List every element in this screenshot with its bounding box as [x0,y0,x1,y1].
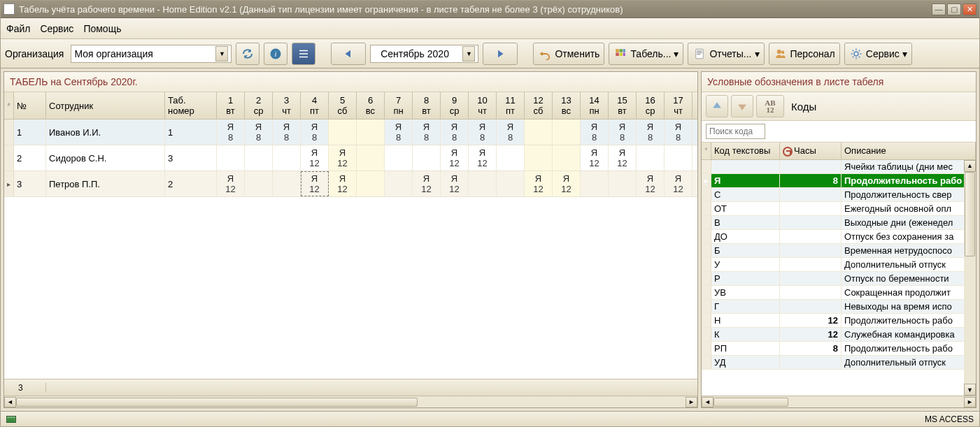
col-day-6[interactable]: 6вс [357,92,385,119]
cell-day[interactable]: Я12 [301,145,329,171]
cell-day[interactable] [581,171,609,196]
legend-row[interactable]: ОТЕжегодный основной опл [702,202,976,216]
legend-row[interactable]: УДополнительный отпуск [702,258,976,272]
menu-service[interactable]: Сервис [40,23,73,34]
cell-day[interactable]: Я8 [217,120,245,145]
col-day-1[interactable]: 1вт [217,92,245,119]
cell-day[interactable]: Я8 [581,120,609,145]
timesheet-row[interactable]: 1Иванов И.И.1Я8Я8Я8Я8Я8Я8Я8Я8Я8Я8Я8Я8Я8 [4,120,697,145]
legend-row[interactable]: Н12Продолжительность рабо [702,314,976,328]
legend-row[interactable]: ВВыходные дни (еженедел [702,216,976,230]
org-combo[interactable]: Моя организация ▼ [71,45,232,63]
col-day-16[interactable]: 16ср [637,92,665,119]
cell-day[interactable]: Я8 [385,120,413,145]
cell-day[interactable]: Я8 [273,120,301,145]
col-day-14[interactable]: 14пн [581,92,609,119]
cell-day[interactable]: Я8 [413,120,441,145]
cell-day[interactable] [637,145,665,171]
col-day-7[interactable]: 7пн [385,92,413,119]
h-scrollbar[interactable]: ◄ ► [4,396,697,407]
col-day-4[interactable]: 4пт [301,92,329,119]
cell-day[interactable]: Я8 [497,120,525,145]
cell-day[interactable]: Я12 [665,171,693,196]
legend-row[interactable]: УДДополнительный отпуск [702,356,976,370]
cell-day[interactable] [357,120,385,145]
col-number[interactable]: № [14,92,46,119]
search-code-input[interactable] [706,124,765,139]
cell-day[interactable]: Я12 [581,145,609,171]
prev-month-button[interactable] [331,43,366,65]
cell-day[interactable] [497,171,525,196]
col-day-17[interactable]: 17чт [665,92,693,119]
legend-row[interactable]: СПродолжительность свер [702,188,976,202]
col-day-15[interactable]: 15вт [609,92,637,119]
legend-row[interactable]: РОтпуск по беременности [702,272,976,286]
cell-day[interactable]: Я8 [441,120,469,145]
legend-col-code[interactable]: Код текстовы [711,143,780,159]
col-day-8[interactable]: 8вт [413,92,441,119]
month-combo[interactable]: Сентябрь 2020 ▼ [370,45,478,63]
cell-day[interactable] [357,171,385,196]
col-tabnum[interactable]: Таб.номер [165,92,217,119]
minimize-button[interactable]: — [932,3,946,15]
reports-button[interactable]: Отчеты...▾ [688,43,764,65]
col-day-2[interactable]: 2ср [245,92,273,119]
cell-day[interactable] [497,145,525,171]
cell-day[interactable]: Я8 [637,120,665,145]
cell-day[interactable]: Я12 [637,171,665,196]
cell-day[interactable] [553,145,581,171]
cell-day[interactable]: Я12 [329,145,357,171]
cell-day[interactable] [385,145,413,171]
col-day-3[interactable]: 3чт [273,92,301,119]
legend-row[interactable]: ГНевыходы на время испо [702,300,976,314]
scroll-left-icon[interactable]: ◄ [702,397,713,407]
scroll-down-icon[interactable]: ▼ [964,384,976,396]
col-employee[interactable]: Сотрудник [46,92,165,119]
col-day-13[interactable]: 13вс [553,92,581,119]
legend-row[interactable]: УВСокращенная продолжит [702,286,976,300]
cell-day[interactable]: Я12 [301,171,329,196]
legend-col-hours[interactable]: Часы [780,143,841,159]
cell-day[interactable] [273,171,301,196]
cell-day[interactable]: Я12 [609,145,637,171]
col-day-10[interactable]: 10чт [469,92,497,119]
cell-day[interactable] [413,145,441,171]
cell-day[interactable]: Я12 [329,171,357,196]
timesheet-row[interactable]: 2Сидоров С.Н.3Я12Я12Я12Я12Я12Я12 [4,145,697,171]
scroll-right-icon[interactable]: ► [686,397,697,407]
move-up-button[interactable] [706,95,728,117]
menu-help[interactable]: Помощь [83,23,121,34]
cell-day[interactable] [469,171,497,196]
list-button[interactable] [292,43,315,65]
cell-day[interactable]: Я12 [441,171,469,196]
legend-col-desc[interactable]: Описание [841,143,976,159]
col-day-11[interactable]: 11пт [497,92,525,119]
close-button[interactable]: ✕ [963,3,977,15]
legend-row[interactable]: Ячейки таблицы (дни мес [702,160,976,174]
maximize-button[interactable]: ▢ [947,3,961,15]
scroll-right-icon[interactable]: ► [964,397,976,407]
legend-row[interactable]: К12Служебная командировка [702,328,976,342]
cell-day[interactable] [553,120,581,145]
menu-file[interactable]: Файл [6,23,30,34]
cell-day[interactable]: Я12 [217,171,245,196]
legend-row[interactable]: БВременная нетрудоспосо [702,244,976,258]
cell-day[interactable]: Я8 [609,120,637,145]
info-button[interactable]: i [264,43,287,65]
col-day-5[interactable]: 5сб [329,92,357,119]
timesheet-row[interactable]: ▸3Петров П.П.2Я12Я12Я12Я12Я12Я12Я12Я12Я1… [4,171,697,197]
next-month-button[interactable] [483,43,518,65]
refresh-button[interactable] [236,43,260,65]
cell-day[interactable] [329,120,357,145]
scroll-left-icon[interactable]: ◄ [4,397,16,407]
legend-row[interactable]: ДООтпуск без сохранения за [702,230,976,244]
cell-day[interactable]: Я12 [525,171,553,196]
cell-day[interactable]: Я12 [469,145,497,171]
col-day-9[interactable]: 9ср [441,92,469,119]
cell-day[interactable] [665,145,693,171]
timesheet-button[interactable]: Табель...▾ [609,43,683,65]
cell-day[interactable] [245,145,273,171]
ab12-button[interactable]: AB12 [756,95,784,117]
cell-day[interactable] [245,171,273,196]
cell-day[interactable]: Я12 [441,145,469,171]
